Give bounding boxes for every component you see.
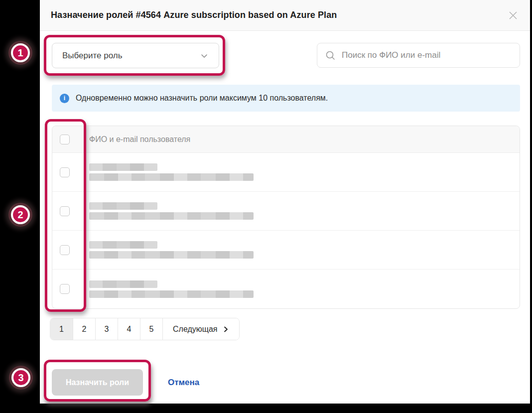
user-name-placeholder-bar [89, 241, 157, 249]
user-email-placeholder-bar [89, 290, 254, 298]
close-icon [508, 10, 518, 20]
page-button-1[interactable]: 1 [50, 318, 73, 340]
role-dropdown[interactable]: Выберите роль [52, 43, 219, 68]
modal-footer: Назначить роли Отмена [52, 369, 520, 396]
search-box [317, 43, 520, 68]
user-email-placeholder-bar [89, 251, 254, 259]
user-email-placeholder-bar [89, 212, 254, 220]
chevron-down-icon [200, 51, 209, 60]
next-page-label: Следующая [173, 325, 218, 334]
users-table: ФИО и e-mail пользователя [52, 126, 520, 309]
table-row [52, 153, 520, 192]
user-placeholder [89, 163, 254, 181]
info-icon: i [60, 94, 69, 103]
annotation-badge-3: 3 [11, 368, 30, 387]
row-checkbox[interactable] [60, 206, 70, 216]
page-button-4[interactable]: 4 [118, 318, 140, 340]
info-banner-text: Одновременно можно назначить роли максим… [76, 94, 328, 103]
row-checkbox[interactable] [60, 167, 70, 177]
search-icon [325, 50, 336, 61]
row-checkbox[interactable] [60, 284, 70, 294]
table-row [52, 270, 520, 308]
table-header-row: ФИО и e-mail пользователя [52, 126, 520, 153]
modal-body: Выберите роль i Одновременно можно назна… [40, 43, 530, 396]
modal-title: Назначение ролей #4564 Azure subscriptio… [51, 10, 337, 20]
page-button-5[interactable]: 5 [140, 318, 162, 340]
select-all-checkbox[interactable] [60, 135, 70, 144]
user-name-placeholder-bar [89, 280, 157, 288]
next-page-button[interactable]: Следующая [162, 318, 239, 340]
annotation-badge-1: 1 [11, 43, 30, 62]
table-row [52, 192, 520, 231]
page-button-3[interactable]: 3 [95, 318, 118, 340]
modal-header: Назначение ролей #4564 Azure subscriptio… [40, 0, 530, 31]
close-button[interactable] [507, 9, 519, 21]
page-button-2[interactable]: 2 [73, 318, 95, 340]
user-placeholder [89, 241, 254, 259]
user-email-placeholder-bar [89, 173, 254, 181]
role-dropdown-label: Выберите роль [62, 51, 123, 61]
table-body [52, 153, 520, 308]
cancel-link[interactable]: Отмена [168, 378, 199, 388]
search-input[interactable] [342, 50, 512, 60]
info-banner: i Одновременно можно назначить роли макс… [52, 85, 520, 112]
user-placeholder [89, 202, 254, 220]
user-placeholder [89, 280, 254, 298]
controls-row: Выберите роль [52, 43, 520, 68]
row-checkbox[interactable] [60, 245, 70, 255]
chevron-right-icon [222, 326, 229, 333]
user-name-placeholder-bar [89, 163, 157, 171]
pagination: 1 2 3 4 5 Следующая [50, 318, 240, 340]
assign-roles-modal: Назначение ролей #4564 Azure subscriptio… [40, 0, 530, 404]
user-name-placeholder-bar [89, 202, 157, 210]
table-column-header: ФИО и e-mail пользователя [89, 135, 190, 144]
assign-roles-button[interactable]: Назначить роли [52, 369, 143, 396]
table-row [52, 231, 520, 270]
annotation-badge-2: 2 [11, 205, 30, 224]
